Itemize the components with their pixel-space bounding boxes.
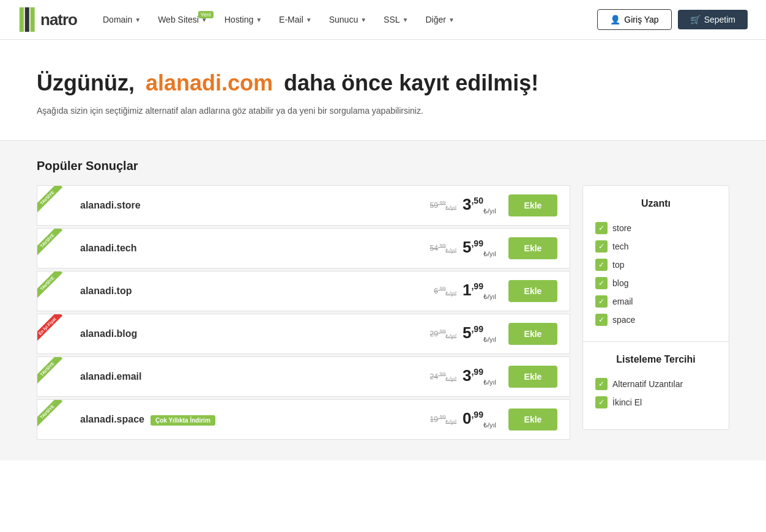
chevron-down-icon: ▼ [135,17,141,23]
add-button[interactable]: Ekle [508,237,557,259]
new-price: 3,50₺/yıl [463,195,496,215]
price-section: 24,99₺/yıl 3,99₺/yıl [430,366,496,386]
ribbon: TAVSİYE [37,357,74,394]
old-price: 19,99₺/yıl [430,414,456,425]
listing-option-label: İkinci El [612,397,642,407]
extension-checkbox-item[interactable]: ✓ email [595,292,710,311]
extensions-list: ✓ store ✓ tech ✓ top ✓ blog ✓ email ✓ sp… [595,219,716,329]
price-section: 6,99₺/yıl 1,99₺/yıl [434,281,496,301]
price-section: 29,99₺/yıl 5,99₺/yıl [430,323,496,344]
user-icon: 👤 [610,15,620,24]
hero-description: Aşağıda sizin için seçtiğimiz alternatif… [37,106,729,116]
popular-results-title: Popüler Sonuçlar [37,159,729,173]
old-price: 29,99₺/yıl [430,328,456,339]
new-price: 0,99₺/yıl [463,409,496,429]
ribbon: TAVSİYE [37,400,74,437]
domain-name: alanadi.spaceÇok Yıllıkta İndirim [80,414,430,425]
svg-rect-2 [31,7,35,32]
new-badge: Yeni [198,11,214,18]
checkbox-icon: ✓ [595,240,608,253]
ribbon: TAVSİYE [37,186,74,223]
extension-label: tech [612,242,628,251]
main-content: Popüler Sonuçlar TAVSİYE alanadi.store 5… [0,141,766,460]
checkbox-icon: ✓ [595,259,608,271]
nav-ssl[interactable]: SSL ▼ [376,10,415,29]
chevron-down-icon: ▼ [306,17,312,23]
listing-checkbox-item[interactable]: ✓ İkinci El [595,393,716,412]
sidebar: Uzantı ✓ store ✓ tech ✓ top ✓ blog ✓ ema… [582,185,729,430]
hero-section: Üzgünüz, alanadi.com daha önce kayıt edi… [0,40,766,141]
new-price: 5,99₺/yıl [463,323,496,344]
logo[interactable]: natro [18,7,77,32]
nav-domain[interactable]: Domain ▼ [95,10,148,29]
logo-text: natro [40,10,77,29]
result-item: En İyi Fiyat alanadi.blog 29,99₺/yıl 5,9… [37,314,570,354]
add-button[interactable]: Ekle [508,323,557,345]
extension-label: space [612,315,635,325]
price-section: 19,99₺/yıl 0,99₺/yıl [430,409,496,429]
result-item: TAVSİYE alanadi.store 59,99₺/yıl 3,50₺/y… [37,185,570,226]
add-button[interactable]: Ekle [508,280,557,302]
extension-label: email [612,297,633,306]
svg-rect-1 [25,7,29,32]
header-actions: 👤 Giriş Yap 🛒 Sepetim [597,9,748,30]
listing-options: ✓ Alternatif Uzantılar ✓ İkinci El [595,375,716,412]
chevron-down-icon: ▼ [256,17,262,23]
results-list: TAVSİYE alanadi.store 59,99₺/yıl 3,50₺/y… [37,185,570,442]
nav-server[interactable]: Sunucu ▼ [322,10,374,29]
extension-checkbox-item[interactable]: ✓ tech [595,237,710,256]
chevron-down-icon: ▼ [448,17,455,23]
new-price: 3,99₺/yıl [463,366,496,386]
extension-label: blog [612,278,628,288]
checkbox-icon: ✓ [595,314,608,326]
old-price: 24,99₺/yıl [430,371,456,382]
extension-checkbox-item[interactable]: ✓ top [595,256,710,274]
result-item: TAVSİYE alanadi.email 24,99₺/yıl 3,99₺/y… [37,357,570,397]
multi-year-badge[interactable]: Çok Yıllıkta İndirim [151,415,215,426]
extension-label: store [612,223,631,233]
nav-hosting[interactable]: Hosting ▼ [217,10,269,29]
price-section: 54,99₺/yıl 5,99₺/yıl [430,238,496,258]
nav-email[interactable]: E-Mail ▼ [272,10,319,29]
chevron-down-icon: ▼ [360,17,366,23]
result-item: TAVSİYE alanadi.top 6,99₺/yıl 1,99₺/yıl … [37,271,570,311]
listing-option-label: Alternatif Uzantılar [612,379,683,389]
add-button[interactable]: Ekle [508,194,557,216]
chevron-down-icon: ▼ [403,17,409,23]
nav: Domain ▼ Web Sitesi ▼ Yeni Hosting ▼ E-M… [95,10,597,29]
extension-checkbox-item[interactable]: ✓ space [595,311,710,329]
nav-website[interactable]: Web Sitesi ▼ Yeni [151,10,215,29]
hero-title: Üzgünüz, alanadi.com daha önce kayıt edi… [37,70,729,96]
checkbox-icon: ✓ [595,295,608,308]
cart-button[interactable]: 🛒 Sepetim [678,10,748,29]
header: natro Domain ▼ Web Sitesi ▼ Yeni Hosting… [0,0,766,40]
domain-name: alanadi.blog [80,328,430,339]
add-button[interactable]: Ekle [508,408,557,430]
new-price: 1,99₺/yıl [463,281,496,301]
content-layout: TAVSİYE alanadi.store 59,99₺/yıl 3,50₺/y… [37,185,729,442]
domain-name: alanadi.top [80,286,434,297]
listing-title: Listeleme Tercihi [595,354,716,365]
add-button[interactable]: Ekle [508,366,557,388]
listing-section: Listeleme Tercihi ✓ Alternatif Uzantılar… [583,342,729,424]
ribbon: TAVSİYE [37,229,74,265]
ribbon: TAVSİYE [37,272,74,308]
domain-highlight: alanadi.com [146,70,273,95]
old-price: 6,99₺/yıl [434,286,456,297]
checkbox-icon: ✓ [595,378,608,390]
price-section: 59,99₺/yıl 3,50₺/yıl [430,195,496,215]
login-button[interactable]: 👤 Giriş Yap [597,9,671,30]
new-price: 5,99₺/yıl [463,238,496,258]
nav-other[interactable]: Diğer ▼ [418,10,461,29]
svg-rect-0 [20,7,24,32]
result-item: TAVSİYE alanadi.spaceÇok Yıllıkta İndiri… [37,399,570,440]
extension-checkbox-item[interactable]: ✓ store [595,219,710,237]
listing-checkbox-item[interactable]: ✓ Alternatif Uzantılar [595,375,716,393]
result-item: TAVSİYE alanadi.tech 54,99₺/yıl 5,99₺/yı… [37,228,570,268]
checkbox-icon: ✓ [595,222,608,234]
checkbox-icon: ✓ [595,396,608,408]
checkbox-icon: ✓ [595,277,608,289]
cart-icon: 🛒 [690,15,701,24]
domain-name: alanadi.store [80,200,430,211]
extension-checkbox-item[interactable]: ✓ blog [595,274,710,292]
